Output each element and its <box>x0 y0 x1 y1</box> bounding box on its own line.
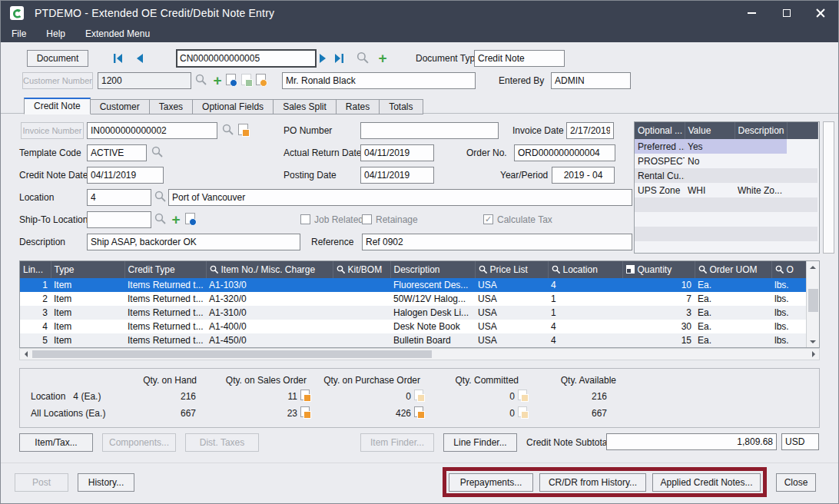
scroll-left-icon[interactable] <box>20 349 32 360</box>
close-window-icon[interactable] <box>804 1 838 25</box>
optional-row[interactable]: Preferred ... Yes <box>635 139 817 154</box>
previous-record-icon[interactable] <box>134 53 144 64</box>
scrollbar-thumb[interactable] <box>808 289 818 312</box>
document-type-field[interactable] <box>474 50 565 67</box>
retainage-checkbox[interactable] <box>362 214 372 224</box>
invoice-date-field[interactable] <box>566 122 614 139</box>
document-number-input[interactable] <box>176 49 317 68</box>
entered-by-field[interactable] <box>551 72 631 89</box>
col-type[interactable]: Type <box>51 261 124 278</box>
template-code-label: Template Code <box>19 144 81 161</box>
invoice-number-input[interactable] <box>87 122 217 139</box>
col-credit-type[interactable]: Credit Type <box>124 261 206 278</box>
po-number-input[interactable] <box>360 122 499 139</box>
tab-optional-fields[interactable]: Optional Fields <box>193 99 274 114</box>
col-optional-value[interactable]: Value <box>685 122 735 139</box>
scroll-up-icon[interactable] <box>807 261 819 273</box>
document-button[interactable]: Document <box>27 50 88 67</box>
invoice-finder-icon[interactable] <box>222 124 234 136</box>
minimize-icon[interactable] <box>735 1 769 25</box>
tab-totals[interactable]: Totals <box>380 99 423 114</box>
next-record-icon[interactable] <box>319 53 328 64</box>
actual-return-date-field[interactable] <box>360 144 434 161</box>
tab-credit-note[interactable]: Credit Note <box>24 98 91 114</box>
applied-credit-notes-button[interactable]: Applied Credit Notes... <box>652 473 761 492</box>
credit-note-date-field[interactable] <box>87 167 164 184</box>
close-button[interactable]: Close <box>776 473 816 492</box>
post-button: Post <box>15 473 68 492</box>
menu-help[interactable]: Help <box>46 28 65 39</box>
location-finder-icon[interactable] <box>154 191 167 203</box>
table-row[interactable]: 5ItemItems Returned t...A1-450/0Bulletin… <box>20 333 807 347</box>
menu-file[interactable]: File <box>12 28 26 39</box>
col-optional-description[interactable]: Description <box>735 122 787 139</box>
posting-date-field[interactable] <box>360 167 434 184</box>
col-order-weight-uom[interactable]: O <box>771 261 807 278</box>
customer-finder-icon[interactable] <box>195 74 207 86</box>
col-line[interactable]: Lin... <box>20 261 51 278</box>
history-button[interactable]: History... <box>78 473 134 492</box>
job-related-checkbox[interactable] <box>300 214 310 224</box>
table-vertical-scrollbar[interactable] <box>806 261 819 347</box>
col-order-uom[interactable]: Order UOM <box>695 261 771 278</box>
drilldown-icon[interactable] <box>414 390 423 400</box>
drilldown-icon[interactable] <box>300 406 310 417</box>
drilldown-icon[interactable] <box>518 390 527 400</box>
order-no-field[interactable] <box>514 144 615 161</box>
description-input[interactable] <box>87 234 300 250</box>
optional-row[interactable]: UPS Zone WHI White Zo... <box>635 183 817 197</box>
col-description[interactable]: Description <box>390 261 475 278</box>
scroll-right-icon[interactable] <box>807 349 819 360</box>
tab-customer[interactable]: Customer <box>91 99 150 114</box>
optional-grid-scrollbar[interactable] <box>823 121 834 254</box>
new-ship-to-icon[interactable]: + <box>170 213 182 227</box>
menu-extended[interactable]: Extended Menu <box>85 28 150 39</box>
drilldown-icon[interactable] <box>300 390 310 400</box>
last-record-icon[interactable] <box>333 53 344 64</box>
col-price-list[interactable]: Price List <box>475 261 548 278</box>
col-quantity[interactable]: Quantity <box>622 261 695 278</box>
col-location[interactable]: Location <box>548 261 622 278</box>
table-row[interactable]: 4ItemItems Returned t...A1-400/0Desk Not… <box>20 320 807 333</box>
col-item-no[interactable]: Item No./ Misc. Charge <box>206 261 333 278</box>
customer-number-input[interactable] <box>98 72 191 89</box>
prepayments-button[interactable]: Prepayments... <box>449 473 533 492</box>
table-horizontal-scrollbar[interactable] <box>19 348 820 360</box>
customer-name-field[interactable] <box>282 72 476 89</box>
maximize-icon[interactable] <box>769 1 804 25</box>
customer-inquiry-icon[interactable] <box>226 74 236 85</box>
year-period-field[interactable] <box>552 167 615 184</box>
first-record-icon[interactable] <box>113 53 124 64</box>
tab-taxes[interactable]: Taxes <box>150 99 193 114</box>
col-optional-field[interactable]: Optional ... <box>635 122 685 139</box>
ship-to-inquiry-icon[interactable] <box>185 213 195 224</box>
line-finder-button[interactable]: Line Finder... <box>443 433 517 452</box>
col-kit-bom[interactable]: Kit/BOM <box>333 261 390 278</box>
scroll-down-icon[interactable] <box>807 336 819 347</box>
template-finder-icon[interactable] <box>151 146 164 158</box>
tab-sales-split[interactable]: Sales Split <box>274 99 337 114</box>
template-code-input[interactable] <box>87 144 147 161</box>
new-document-icon[interactable]: + <box>376 51 389 65</box>
qty-value: 216 <box>142 390 196 403</box>
drilldown-icon[interactable] <box>518 406 527 417</box>
crdr-from-history-button[interactable]: CR/DR from History... <box>539 473 646 492</box>
customer-zoom-icon[interactable] <box>256 74 266 85</box>
location-code-input[interactable] <box>87 189 151 206</box>
optional-row[interactable]: Rental Cu... <box>635 168 817 183</box>
table-row[interactable]: 3ItemItems Returned t...A1-310/0Halogen … <box>20 306 807 320</box>
reference-input[interactable] <box>362 234 632 250</box>
new-customer-icon[interactable]: + <box>211 74 224 88</box>
drilldown-icon[interactable] <box>414 406 423 417</box>
scrollbar-thumb[interactable] <box>32 350 432 358</box>
location-name-field[interactable] <box>168 189 632 206</box>
document-finder-icon[interactable] <box>356 51 370 65</box>
item-tax-button[interactable]: Item/Tax... <box>19 433 93 452</box>
table-row[interactable]: 2ItemItems Returned t...A1-320/050W/12V … <box>20 292 807 306</box>
optional-row[interactable]: PROSPECT No <box>635 154 817 168</box>
table-row[interactable]: 1ItemItems Returned t...A1-103/0Fluoresc… <box>20 278 807 292</box>
invoice-drilldown-icon[interactable] <box>238 124 248 135</box>
tab-rates[interactable]: Rates <box>337 99 380 114</box>
ship-to-input[interactable] <box>87 211 151 228</box>
ship-to-finder-icon[interactable] <box>154 213 167 225</box>
